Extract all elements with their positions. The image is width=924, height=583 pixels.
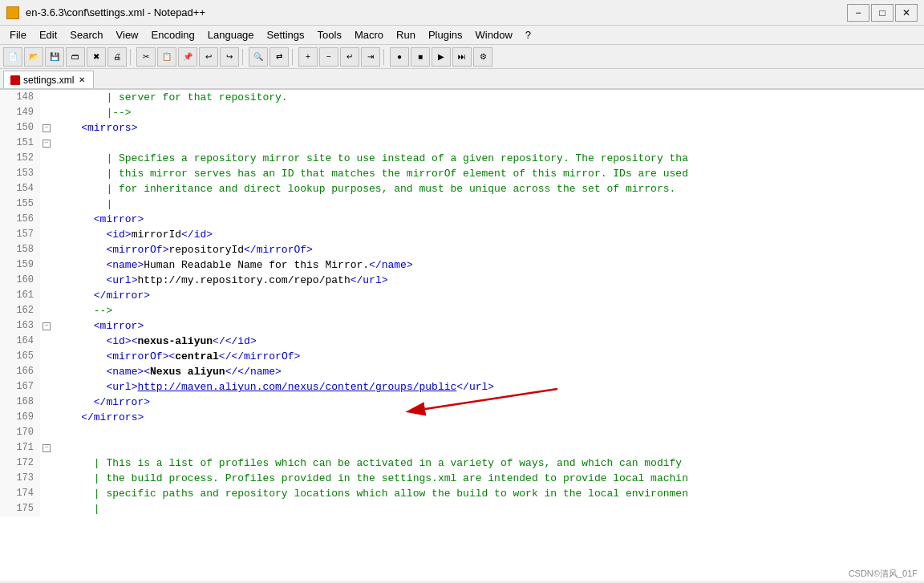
tb-indent[interactable]: ⇥ (361, 47, 380, 67)
tb-paste[interactable]: 📌 (178, 47, 197, 67)
table-row: 172 | This is a list of profiles which c… (0, 455, 688, 471)
line-content: |--> (53, 105, 132, 120)
minimize-button[interactable]: − (847, 4, 869, 22)
line-content: | this mirror serves has an ID that matc… (53, 166, 688, 181)
table-row: 159 <name>Human Readable Name for this M… (0, 257, 688, 273)
close-button[interactable]: ✕ (895, 4, 918, 22)
tb-undo[interactable]: ↩ (199, 47, 218, 67)
line-number: 153 (0, 166, 40, 181)
line-number: 152 (0, 151, 40, 166)
line-content: --> (53, 303, 112, 318)
tb-new[interactable]: 📄 (3, 47, 22, 67)
line-number: 160 (0, 273, 40, 288)
line-number: 158 (0, 242, 40, 257)
tb-save[interactable]: 💾 (45, 47, 64, 67)
table-row: 173 | the build process. Profiles provid… (0, 471, 688, 486)
line-number: 174 (0, 486, 40, 501)
line-number: 164 (0, 334, 40, 349)
table-row: 171− (0, 440, 688, 455)
tab-settings-xml[interactable]: settings.xml ✕ (3, 71, 94, 88)
tab-close-button[interactable]: ✕ (77, 75, 87, 85)
tb-print[interactable]: 🖨 (107, 47, 127, 67)
tb-sep2 (242, 49, 245, 65)
table-row: 160 <url>http://my.repository.com/repo/p… (0, 273, 688, 288)
menu-run[interactable]: Run (390, 27, 422, 43)
line-number: 150 (0, 120, 40, 136)
line-content: | for inheritance and direct lookup purp… (53, 181, 675, 196)
line-number: 154 (0, 181, 40, 196)
menu-plugins[interactable]: Plugins (422, 27, 469, 43)
menu-macro[interactable]: Macro (348, 27, 390, 43)
notepad-icon (6, 6, 19, 19)
line-number: 159 (0, 257, 40, 273)
table-row: 148 | server for that repository. (0, 90, 688, 105)
table-row: 154 | for inheritance and direct lookup … (0, 181, 688, 196)
line-number: 167 (0, 379, 40, 395)
tb-macro5[interactable]: ⚙ (473, 47, 492, 67)
fold-icon[interactable]: − (43, 322, 51, 330)
fold-icon[interactable]: − (43, 444, 51, 452)
title-bar-controls: − □ ✕ (847, 4, 918, 22)
tb-sep4 (383, 49, 387, 65)
tb-find[interactable]: 🔍 (249, 47, 268, 67)
table-row: 155 | (0, 196, 688, 212)
line-number: 175 (0, 501, 40, 516)
table-row: 150− <mirrors> (0, 120, 688, 136)
fold-icon[interactable]: − (43, 124, 51, 132)
line-number: 162 (0, 303, 40, 318)
tb-zoom-in[interactable]: + (298, 47, 318, 67)
tb-redo[interactable]: ↪ (220, 47, 239, 67)
table-row: 153 | this mirror serves has an ID that … (0, 166, 688, 181)
tab-label: settings.xml (23, 75, 74, 86)
tb-open[interactable]: 📂 (24, 47, 43, 67)
tb-macro3[interactable]: ▶ (432, 47, 451, 67)
line-content: </mirror> (53, 288, 150, 303)
line-content: | specific paths and repository location… (53, 486, 688, 501)
table-row: 151− (0, 136, 688, 151)
watermark: CSDN©清风_01F (849, 568, 918, 580)
menu-help[interactable]: ? (519, 27, 537, 43)
tb-macro1[interactable]: ● (390, 47, 409, 67)
tb-cut[interactable]: ✂ (136, 47, 156, 67)
line-content (53, 425, 63, 440)
tb-replace[interactable]: ⇄ (270, 47, 289, 67)
fold-icon[interactable]: − (43, 140, 51, 148)
window-title: en-3.6.3\conf\settings.xml - Notepad++ (26, 6, 205, 18)
tb-macro4[interactable]: ⏭ (452, 47, 472, 67)
tab-bar: settings.xml ✕ (0, 69, 924, 90)
menu-tools[interactable]: Tools (311, 27, 348, 43)
line-number: 156 (0, 212, 40, 227)
tb-zoom-out[interactable]: − (319, 47, 338, 67)
menu-file[interactable]: File (3, 27, 33, 43)
table-row: 174 | specific paths and repository loca… (0, 486, 688, 501)
line-content: <mirrorOf><central</</mirrorOf> (53, 349, 300, 364)
tb-save-all[interactable]: 🗃 (66, 47, 85, 67)
menu-window[interactable]: Window (469, 27, 519, 43)
line-content: | Specifies a repository mirror site to … (53, 151, 688, 166)
menu-view[interactable]: View (110, 27, 145, 43)
table-row: 152 | Specifies a repository mirror site… (0, 151, 688, 166)
table-row: 165 <mirrorOf><central</</mirrorOf> (0, 349, 688, 364)
line-content (53, 440, 81, 455)
tb-macro2[interactable]: ■ (411, 47, 430, 67)
line-content: <url>http://my.repository.com/repo/path<… (53, 273, 388, 288)
table-row: 170 (0, 425, 688, 440)
line-content: </mirror> (53, 395, 150, 410)
menu-encoding[interactable]: Encoding (145, 27, 201, 43)
menu-search[interactable]: Search (63, 27, 109, 43)
line-content: | (53, 196, 112, 212)
table-row: 163− <mirror> (0, 318, 688, 334)
tb-close[interactable]: ✖ (87, 47, 106, 67)
toolbar: 📄 📂 💾 🗃 ✖ 🖨 ✂ 📋 📌 ↩ ↪ 🔍 ⇄ + − ↵ ⇥ ● ■ ▶ … (0, 45, 924, 69)
table-row: 156 <mirror> (0, 212, 688, 227)
tb-wrap[interactable]: ↵ (340, 47, 359, 67)
maximize-button[interactable]: □ (871, 4, 894, 22)
line-content: | server for that repository. (53, 90, 288, 105)
line-content: <name><Nexus aliyun</</name> (53, 364, 282, 379)
menu-edit[interactable]: Edit (33, 27, 63, 43)
line-number: 169 (0, 410, 40, 425)
menu-settings[interactable]: Settings (261, 27, 311, 43)
line-number: 149 (0, 105, 40, 120)
tb-copy[interactable]: 📋 (157, 47, 176, 67)
menu-language[interactable]: Language (201, 27, 261, 43)
